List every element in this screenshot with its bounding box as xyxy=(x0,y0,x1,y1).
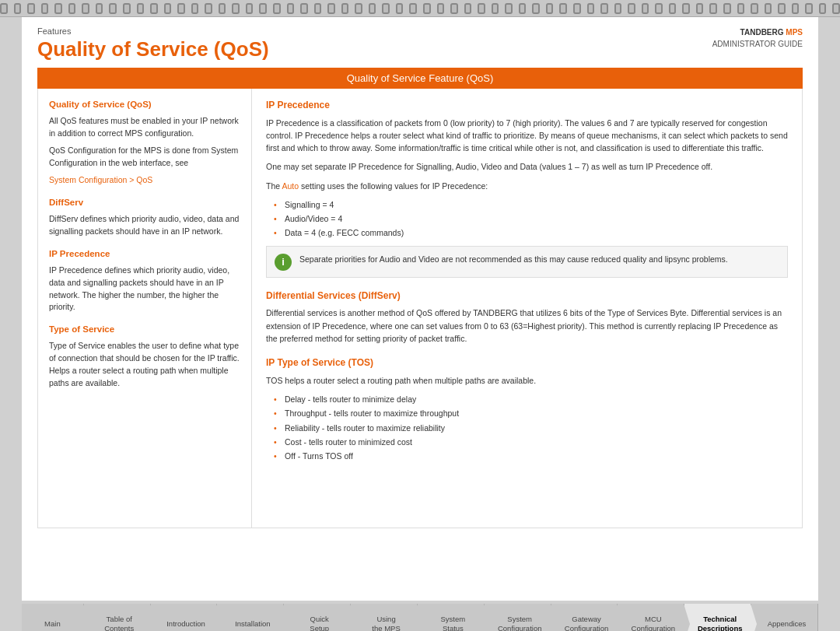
orange-banner: Quality of Service Feature (QoS) xyxy=(37,68,803,89)
right-panel: IP Precedence IP Precedence is a classif… xyxy=(252,89,802,528)
spiral-dot xyxy=(54,3,62,14)
left-section-heading-qos: Quality of Service (QoS) xyxy=(49,98,240,111)
spiral-dot xyxy=(587,3,595,14)
spiral-dot xyxy=(109,3,117,14)
spiral-dot xyxy=(341,3,349,14)
spiral-dot xyxy=(246,3,254,14)
spiral-dot xyxy=(369,3,376,14)
spiral-dot xyxy=(600,3,608,14)
spiral-dot xyxy=(232,3,240,14)
spiral-dot xyxy=(355,3,362,14)
spiral-dot xyxy=(150,3,158,14)
spiral-dot xyxy=(191,3,199,14)
spiral-dot xyxy=(642,3,649,14)
spiral-dot xyxy=(682,3,690,14)
spiral-dot xyxy=(532,3,540,14)
left-qos-link[interactable]: System Configuration > QoS xyxy=(49,175,152,184)
brand-tandberg: TANDBERG xyxy=(740,28,784,37)
left-tos-text: Type of Service enables the user to defi… xyxy=(49,340,240,389)
content-area: Quality of Service (QoS) All QoS feature… xyxy=(37,89,803,528)
tos-bullets: Delay - tells router to minimize delay T… xyxy=(274,393,788,462)
spiral-dot xyxy=(805,3,813,14)
left-section-heading-ip-precedence: IP Precedence xyxy=(49,247,240,261)
left-section-heading-diffserv: DiffServ xyxy=(49,196,240,209)
spiral-dot xyxy=(273,3,281,14)
spiral-dot xyxy=(300,3,308,14)
spiral-dot xyxy=(696,3,704,14)
page-header: Features Quality of Service (QoS) TANDBE… xyxy=(22,17,818,68)
spiral-dot xyxy=(546,3,554,14)
spiral-dot xyxy=(219,3,226,14)
spiral-dot xyxy=(96,3,103,14)
spiral-dot xyxy=(464,3,472,14)
spiral-dot xyxy=(409,3,417,14)
spiral-dot xyxy=(396,3,404,14)
tab-quick-setup[interactable]: QuickSetup xyxy=(284,604,351,631)
spiral-dot xyxy=(14,3,22,14)
guide-label: ADMINISTRATOR GUIDE xyxy=(712,40,803,48)
spiral-dot xyxy=(423,3,431,14)
bullet-reliability: Reliability - tells router to maximize r… xyxy=(274,422,788,434)
features-label: Features xyxy=(37,26,269,36)
ip-precedence-bullets: Signalling = 4 Audio/Video = 4 Data = 4 … xyxy=(274,198,788,240)
tab-introduction[interactable]: Introduction xyxy=(151,604,218,631)
right-diffserv-p1: Differential services is another method … xyxy=(266,307,788,345)
spiral-dot xyxy=(82,3,89,14)
spiral-dot xyxy=(164,3,172,14)
spiral-dot xyxy=(723,3,731,14)
header-left: Features Quality of Service (QoS) xyxy=(37,26,269,61)
spiral-dot xyxy=(205,3,212,14)
spiral-dot xyxy=(478,3,485,14)
page-container: Features Quality of Service (QoS) TANDBE… xyxy=(22,17,818,601)
tab-technical-descriptions[interactable]: TechnicalDescriptions xyxy=(684,604,751,631)
spiral-dot xyxy=(614,3,622,14)
spiral-dot xyxy=(259,3,267,14)
spiral-dot xyxy=(450,3,458,14)
right-ip-precedence-p2: One may set separate IP Precedence for S… xyxy=(266,160,788,173)
spiral-dot xyxy=(314,3,322,14)
bullet-delay: Delay - tells router to minimize delay xyxy=(274,393,788,405)
brand-mps: MPS xyxy=(786,28,803,37)
tab-system-status[interactable]: SystemStatus xyxy=(418,604,485,631)
page-title: Quality of Service (QoS) xyxy=(37,37,269,61)
spiral-dot xyxy=(628,3,635,14)
spiral-dot xyxy=(765,3,772,14)
spiral-dot xyxy=(505,3,513,14)
spiral-dot xyxy=(519,3,527,14)
tab-appendices[interactable]: Appendices xyxy=(751,604,818,631)
spiral-dot xyxy=(778,3,786,14)
right-section-heading-ip-precedence: IP Precedence xyxy=(266,98,788,113)
spiral-dot xyxy=(68,3,76,14)
spiral-dot xyxy=(437,3,445,14)
bullet-signalling: Signalling = 4 xyxy=(274,198,788,211)
left-panel: Quality of Service (QoS) All QoS feature… xyxy=(38,89,252,528)
info-box: i Separate priorities for Audio and Vide… xyxy=(266,246,788,278)
left-diffserv-text: DiffServ defines which priority audio, v… xyxy=(49,213,240,238)
spiral-dot xyxy=(327,3,335,14)
tab-main[interactable]: Main xyxy=(22,604,84,631)
bottom-nav: Main Table ofContents Introduction Insta… xyxy=(22,601,818,631)
bullet-off: Off - Turns TOS off xyxy=(274,450,788,462)
left-ip-precedence-text: IP Precedence defines which priority aud… xyxy=(49,265,240,314)
tab-gateway-configuration[interactable]: GatewayConfiguration xyxy=(551,604,618,631)
spiral-dot xyxy=(792,3,800,14)
banner-label: Quality of Service Feature (QoS) xyxy=(347,72,494,84)
spiral-dot xyxy=(492,3,499,14)
spiral-dot xyxy=(819,3,827,14)
spiral-dot xyxy=(709,3,717,14)
tab-mcu-configuration[interactable]: MCUConfiguration xyxy=(618,604,684,631)
tab-installation[interactable]: Installation xyxy=(217,604,284,631)
spiral-dot xyxy=(559,3,567,14)
tab-using-the-mps[interactable]: Usingthe MPS xyxy=(351,604,418,631)
spiral-dot xyxy=(0,3,8,14)
spiral-dot xyxy=(382,3,390,14)
spiral-dot xyxy=(137,3,145,14)
spiral-dot xyxy=(751,3,758,14)
right-ip-precedence-p1: IP Precedence is a classification of pac… xyxy=(266,117,788,155)
info-box-text: Separate priorities for Audio and Video … xyxy=(299,253,728,265)
tab-table-of-contents[interactable]: Table ofContents xyxy=(84,604,151,631)
left-section-heading-tos: Type of Service xyxy=(49,323,240,336)
tab-system-configuration[interactable]: SystemConfiguration xyxy=(485,604,551,631)
right-tos-p1: TOS helps a router select a routing path… xyxy=(266,374,788,387)
spiral-binding xyxy=(0,0,840,17)
